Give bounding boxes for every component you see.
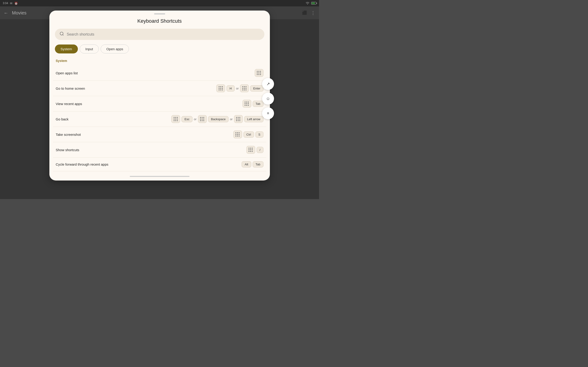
shortcut-keys: Tab — [242, 100, 263, 108]
shortcut-row-open-apps-list: Open apps list — [53, 65, 266, 81]
grid-dots — [245, 102, 249, 106]
launcher-key-icon-2 — [240, 84, 249, 92]
key-or-2: or — [230, 117, 233, 121]
modal-title: Keyboard Shortcuts — [49, 18, 270, 24]
expand-icon: ↗ — [267, 81, 270, 86]
svg-point-0 — [60, 32, 63, 35]
emoji-button[interactable]: ☺ — [262, 93, 274, 105]
key-tab: Tab — [253, 101, 263, 107]
shortcut-name: Open apps list — [56, 71, 78, 75]
shortcut-keys: Ctrl S — [233, 131, 263, 138]
search-icon — [60, 31, 64, 37]
drag-handle[interactable] — [154, 13, 165, 15]
tab-system[interactable]: System — [55, 44, 78, 53]
shortcut-name: Show shortcuts — [56, 148, 79, 152]
emoji-icon: ☺ — [266, 96, 270, 101]
search-container — [49, 29, 270, 40]
launcher-key-icon — [242, 100, 251, 108]
grid-dots — [219, 86, 223, 91]
shortcut-keys: / — [246, 146, 263, 154]
grid-dots — [174, 117, 178, 121]
shortcut-name: Go to home screen — [56, 86, 85, 90]
section-label: System — [49, 59, 270, 63]
key-left-arrow: Left arrow — [244, 116, 263, 122]
shortcut-name: View recent apps — [56, 102, 82, 106]
shortcut-row-go-back: Go back Esc or — [53, 111, 266, 127]
shortcut-keys — [255, 69, 263, 77]
grid-dots — [200, 117, 204, 121]
key-or: or — [236, 87, 239, 90]
shortcut-row-recent-apps: View recent apps Tab — [53, 96, 266, 111]
expand-button[interactable]: ↗ — [262, 78, 274, 90]
hamburger-icon: ≡ — [267, 111, 269, 115]
launcher-key-icon — [171, 115, 180, 123]
grid-dots — [242, 86, 247, 91]
launcher-key-icon — [233, 131, 242, 138]
grid-dots — [236, 117, 241, 121]
launcher-key-icon — [216, 84, 225, 92]
shortcut-name: Take screenshot — [56, 133, 81, 136]
launcher-key-icon-3 — [234, 115, 243, 123]
launcher-key-icon — [246, 146, 255, 154]
launcher-key-icon-2 — [198, 115, 207, 123]
menu-button[interactable]: ≡ — [262, 107, 274, 119]
shortcut-keys: Esc or Backspace or — [171, 115, 263, 123]
shortcut-keys: H or Enter — [216, 84, 263, 92]
key-slash: / — [257, 147, 263, 153]
shortcut-row-show-shortcuts: Show shortcuts / — [53, 142, 266, 158]
grid-dots — [235, 132, 240, 137]
key-backspace: Backspace — [208, 116, 229, 122]
shortcut-row-home-screen: Go to home screen H or — [53, 81, 266, 96]
tab-input[interactable]: Input — [80, 44, 99, 53]
tabs-container: System Input Open apps — [49, 44, 270, 53]
shortcut-row-cycle-forward: Cycle forward through recent apps Alt Ta… — [53, 158, 266, 171]
key-h: H — [226, 85, 234, 92]
key-alt: Alt — [242, 161, 251, 167]
key-s: S — [255, 131, 263, 138]
shortcut-row-screenshot: Take screenshot Ctrl S — [53, 127, 266, 142]
shortcut-name: Cycle forward through recent apps — [56, 162, 108, 166]
key-tab: Tab — [253, 161, 263, 167]
key-ctrl: Ctrl — [243, 131, 254, 138]
key-or: or — [194, 117, 197, 121]
tab-open-apps[interactable]: Open apps — [101, 44, 129, 53]
grid-dots — [257, 71, 261, 75]
grid-dots — [249, 148, 253, 152]
keyboard-shortcuts-modal: Keyboard Shortcuts System Input Open app… — [49, 10, 270, 181]
shortcut-keys: Alt Tab — [242, 161, 263, 167]
shortcut-name: Go back — [56, 117, 69, 121]
search-input[interactable] — [67, 32, 260, 36]
search-bar — [55, 29, 264, 40]
scroll-indicator — [130, 176, 190, 177]
launcher-key-icon — [255, 69, 263, 77]
key-esc: Esc — [182, 116, 192, 122]
svg-line-1 — [62, 35, 63, 35]
key-enter: Enter — [250, 85, 263, 92]
shortcuts-list: Open apps list Go to home screen — [49, 65, 270, 171]
fab-container: ↗ ☺ ≡ — [262, 78, 274, 119]
